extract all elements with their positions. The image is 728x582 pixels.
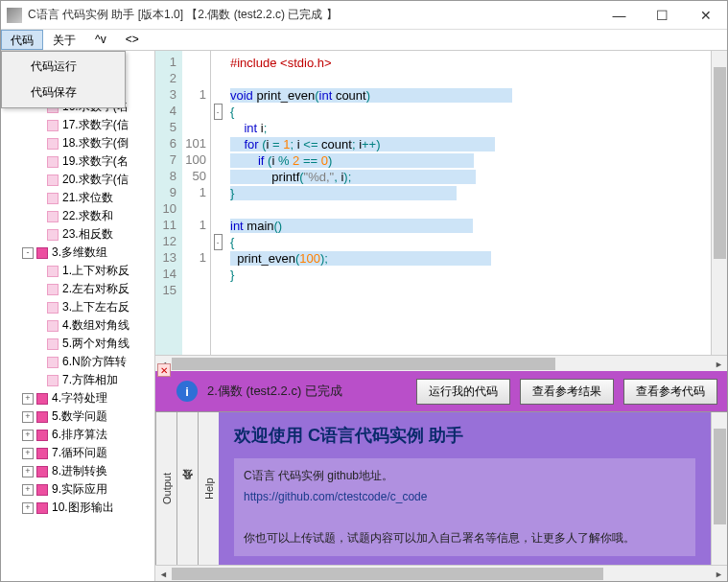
panel-close-icon[interactable]: ✕ [157,363,171,377]
menu-code[interactable]: 代码 [1,30,43,50]
expand-icon[interactable]: + [22,484,34,496]
tree-item[interactable]: +10.图形输出 [1,499,154,517]
editor-vertical-scrollbar[interactable] [711,51,727,355]
tree-item[interactable]: 7.方阵相加 [1,371,154,389]
tree-node-icon [36,466,48,477]
expand-icon[interactable]: + [22,430,34,441]
tree-item[interactable]: 4.数组对角线 [1,316,154,335]
fold-gutter: -- [211,51,224,355]
tab-wechat[interactable]: 公众号 [176,412,198,565]
view-reference-code-button[interactable]: 查看参考代码 [623,379,717,405]
tree-node-icon [47,138,59,150]
tree-label: 7.方阵相加 [62,372,118,388]
github-link[interactable]: https://github.com/ctestcode/c_code [244,490,427,503]
tree-item[interactable]: 23.相反数 [1,225,154,244]
tree-node-icon [47,175,59,186]
tree-item[interactable]: +4.字符处理 [1,389,154,407]
welcome-title: 欢迎使用 C语言代码实例 助手 [234,424,695,447]
tree-node-icon [47,302,59,314]
menu-about[interactable]: 关于 [43,30,85,50]
tree-item[interactable]: -3.多维数组 [1,244,154,262]
coverage-gutter: 110110050111 [182,51,211,355]
fold-icon[interactable]: - [214,234,223,250]
tree-node-icon [47,320,59,332]
welcome-panel: 欢迎使用 C语言代码实例 助手 C语言 代码实例 github地址。 https… [219,412,711,565]
run-my-code-button[interactable]: 运行我的代码 [416,379,510,405]
expand-icon[interactable]: + [22,411,34,423]
tree-node-icon [36,430,48,441]
tree-item[interactable]: 22.求数和 [1,207,154,225]
expand-icon[interactable]: + [22,466,34,477]
window-title: C语言 代码实例 助手 [版本1.0] 【2.偶数 (test2.2.c) 已完… [28,7,598,23]
maximize-button[interactable]: ☐ [641,1,684,30]
tree-label: 3.上下左右反 [62,299,129,315]
expand-icon[interactable]: + [22,502,34,514]
tree-item[interactable]: 17.求数字(信 [1,116,154,134]
tree-item[interactable]: 1.上下对称反 [1,262,154,280]
tree-node-icon [36,484,48,496]
menu-toggle-v[interactable]: ^v [85,30,116,50]
menu-toggle-h[interactable]: <> [116,30,149,50]
tree-node-icon [36,502,48,514]
tree-item[interactable]: 6.N阶方阵转 [1,353,154,371]
tree-item[interactable]: +5.数学问题 [1,407,154,426]
tree-item[interactable]: 5.两个对角线 [1,335,154,353]
info-icon: i [176,381,198,402]
tree-label: 3.多维数组 [52,244,107,261]
sidebar-tree[interactable]: 16.求数字16.求数字(名17.求数字(信18.求数字(倒19.求数字(名20… [1,51,155,581]
welcome-vertical-scrollbar[interactable] [711,412,727,565]
vertical-tabs: Output 公众号 Help [155,412,219,565]
welcome-line2: 你也可以上传试题，试题内容可以加入自己署名等信息，让更多人了解你哦。 [244,528,686,549]
tree-label: 22.求数和 [62,208,113,224]
tree-node-icon [47,284,59,295]
line-number-gutter: 123456789101112131415 [155,51,182,355]
tree-item[interactable]: +7.循环问题 [1,444,154,462]
tree-item[interactable]: 19.求数字(名 [1,152,154,171]
tree-label: 2.左右对称反 [62,281,129,297]
tree-item[interactable]: 21.求位数 [1,189,154,207]
code-area[interactable]: #include <stdio.h> void print_even(int c… [224,51,711,355]
tree-node-icon [47,211,59,222]
tree-node-icon [47,375,59,386]
editor-horizontal-scrollbar[interactable]: ◄ ► [155,355,727,371]
tree-node-icon [47,229,59,241]
expand-icon[interactable]: - [22,247,34,259]
tab-help[interactable]: Help [198,412,219,565]
menu-run-code[interactable]: 代码运行 [4,54,123,80]
view-reference-result-button[interactable]: 查看参考结果 [520,379,614,405]
fold-icon[interactable]: - [214,104,223,120]
app-icon [7,8,22,23]
status-text: 2.偶数 (test2.2.c) 已完成 [207,383,407,400]
expand-icon[interactable]: + [22,448,34,459]
tree-label: 4.字符处理 [52,390,107,407]
tree-label: 9.实际应用 [52,481,107,498]
menu-save-code[interactable]: 代码保存 [4,80,123,105]
tree-item[interactable]: +8.进制转换 [1,462,154,480]
tree-item[interactable]: +6.排序算法 [1,426,154,444]
tree-label: 10.图形输出 [52,500,114,516]
tree-label: 4.数组对角线 [62,317,129,334]
tree-label: 6.排序算法 [52,427,107,443]
tree-label: 1.上下对称反 [62,263,129,279]
tree-label: 19.求数字(名 [62,153,129,170]
tree-item[interactable]: 2.左右对称反 [1,280,154,298]
tree-item[interactable]: +9.实际应用 [1,480,154,499]
tree-label: 18.求数字(倒 [62,135,129,151]
tree-item[interactable]: 18.求数字(倒 [1,134,154,152]
tree-label: 20.求数字(信 [62,172,129,188]
tree-label: 8.进制转换 [52,463,107,479]
welcome-horizontal-scrollbar[interactable]: ◄ ► [155,565,727,581]
minimize-button[interactable]: — [598,1,641,30]
tree-label: 17.求数字(信 [62,117,129,133]
tree-node-icon [47,120,59,131]
tree-label: 6.N阶方阵转 [62,354,127,370]
tree-item[interactable]: 20.求数字(信 [1,171,154,189]
tree-label: 23.相反数 [62,226,113,243]
tree-node-icon [47,266,59,277]
code-editor[interactable]: 123456789101112131415 110110050111 -- #i… [155,51,727,355]
tree-label: 7.循环问题 [52,445,107,461]
tree-item[interactable]: 3.上下左右反 [1,298,154,316]
expand-icon[interactable]: + [22,393,34,405]
tab-output[interactable]: Output [155,412,176,565]
close-button[interactable]: ✕ [684,1,727,30]
